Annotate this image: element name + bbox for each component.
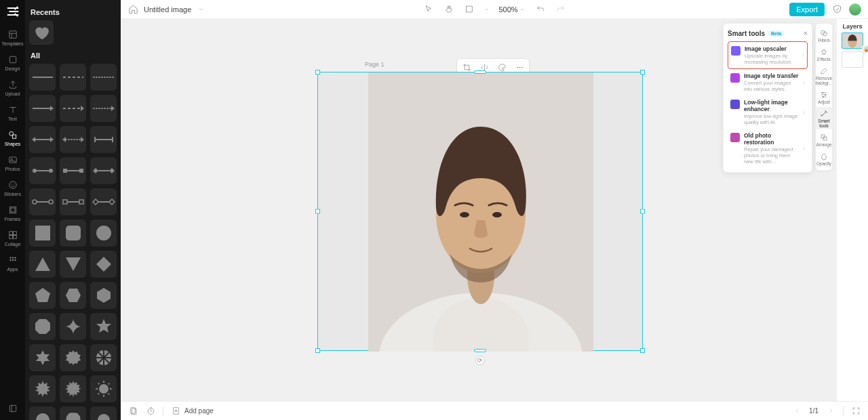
filters-icon xyxy=(820,28,828,37)
shape-double-arrow-dotted[interactable] xyxy=(60,126,86,153)
nav-templates[interactable]: Templates xyxy=(0,26,25,51)
recent-shape-heart[interactable] xyxy=(29,20,54,45)
document-title[interactable]: Untitled image xyxy=(144,5,191,14)
shape-star5[interactable] xyxy=(90,313,117,340)
next-page-icon[interactable] xyxy=(825,406,836,417)
nav-frames[interactable]: Frames xyxy=(0,201,25,226)
shape-line-circles[interactable] xyxy=(29,157,56,184)
fullscreen-icon[interactable] xyxy=(850,406,861,417)
shape-star6[interactable] xyxy=(29,344,56,371)
export-button[interactable]: Export xyxy=(789,3,825,16)
zoom-select[interactable]: 500% xyxy=(498,5,525,14)
shape-seal[interactable] xyxy=(60,344,86,371)
svg-point-5 xyxy=(11,159,12,160)
resize-handle-t[interactable] xyxy=(474,70,486,74)
rail-effects[interactable]: Effects xyxy=(815,45,833,63)
shape-pentagon[interactable] xyxy=(29,282,56,309)
shape-line-square-outline[interactable] xyxy=(60,188,86,215)
nav-shapes[interactable]: Shapes xyxy=(0,126,25,151)
shape-bar-line[interactable] xyxy=(90,126,117,153)
resize-handle-l[interactable] xyxy=(315,209,320,214)
shape-line-dotted[interactable] xyxy=(90,64,117,91)
hand-icon[interactable] xyxy=(443,4,454,15)
close-icon[interactable]: × xyxy=(804,29,808,37)
undo-icon[interactable] xyxy=(535,4,546,15)
left-nav: Templates Design Upload Text Shapes Phot… xyxy=(0,0,25,420)
rail-filters[interactable]: Filters xyxy=(815,26,833,44)
shape-arrow-dotted[interactable] xyxy=(90,95,117,122)
smart-tool-low-light[interactable]: Low-light image enhancerImprove low-ligh… xyxy=(728,96,808,129)
smart-tool-restoration[interactable]: Old photo restorationRepair your damaged… xyxy=(728,129,808,168)
layer-thumb-image[interactable] xyxy=(842,33,863,49)
shape-diamond[interactable] xyxy=(90,251,117,278)
cursor-icon[interactable] xyxy=(422,4,433,15)
crop-icon[interactable] xyxy=(461,62,472,72)
resize-handle-bl[interactable] xyxy=(315,348,320,353)
rail-remove-bg[interactable]: Remove backgr... xyxy=(815,64,833,87)
shape-burst-sun[interactable] xyxy=(90,375,117,402)
rail-smart-tools[interactable]: Smart tools xyxy=(815,107,833,129)
chevron-down-icon[interactable] xyxy=(195,4,206,15)
smart-tool-upscaler[interactable]: Image upscalerUpscale images by increasi… xyxy=(728,41,808,69)
canvas-image[interactable] xyxy=(368,72,593,352)
shape-line-dashed[interactable] xyxy=(60,64,86,91)
pages-icon[interactable] xyxy=(127,406,138,417)
shape-hexagon[interactable] xyxy=(60,282,86,309)
shape-gear[interactable] xyxy=(90,406,117,420)
rail-opacity[interactable]: Opacity xyxy=(815,150,833,167)
rail-arrange[interactable]: Arrange xyxy=(815,131,833,148)
user-avatar[interactable] xyxy=(849,3,861,16)
nav-photos[interactable]: Photos xyxy=(0,151,25,176)
rail-adjust[interactable]: Adjust xyxy=(815,88,833,106)
shape-triangle-up[interactable] xyxy=(29,251,56,278)
nav-text[interactable]: Text xyxy=(0,101,25,126)
shape-line-circle-outline[interactable] xyxy=(29,188,56,215)
nav-apps[interactable]: Apps xyxy=(0,251,25,276)
nav-collage[interactable]: Collage xyxy=(0,226,25,251)
nav-design[interactable]: Design xyxy=(0,51,25,76)
shape-circle[interactable] xyxy=(90,219,117,247)
resize-handle-tl[interactable] xyxy=(315,70,320,75)
frame-icon[interactable] xyxy=(463,4,474,15)
shape-arrow-solid[interactable] xyxy=(29,95,56,122)
resize-handle-r[interactable] xyxy=(640,209,645,214)
redo-icon[interactable] xyxy=(555,4,566,15)
smart-tool-style-transfer[interactable]: Image style transferConvert your images … xyxy=(728,69,808,96)
shape-line-squares[interactable] xyxy=(60,157,86,184)
nav-collapse-icon[interactable] xyxy=(0,404,25,413)
shape-hexagon-rot[interactable] xyxy=(90,282,117,309)
palette-icon[interactable] xyxy=(496,62,507,72)
layer-thumb-blank[interactable] xyxy=(842,51,863,68)
nav-stickers[interactable]: Stickers xyxy=(0,176,25,201)
shape-line-diamond-outline[interactable] xyxy=(90,188,117,215)
nav-upload[interactable]: Upload xyxy=(0,76,25,101)
more-icon[interactable] xyxy=(514,62,525,72)
resize-handle-b[interactable] xyxy=(474,349,486,352)
shield-check-icon[interactable] xyxy=(831,4,842,15)
shape-square[interactable] xyxy=(29,219,56,247)
shape-octagon[interactable] xyxy=(29,313,56,340)
resize-handle-tr[interactable] xyxy=(640,70,645,75)
shape-scallop[interactable] xyxy=(60,406,86,420)
shape-rounded-square[interactable] xyxy=(60,219,86,247)
shape-burst8[interactable] xyxy=(29,375,56,402)
rotate-handle[interactable]: ⟳ xyxy=(475,356,485,365)
shape-burst12[interactable] xyxy=(29,406,56,420)
shape-double-arrow[interactable] xyxy=(29,126,56,153)
chevron-down-icon[interactable] xyxy=(484,4,489,15)
shape-sparkle[interactable] xyxy=(60,313,86,340)
shape-line-solid[interactable] xyxy=(29,64,56,91)
add-page-button[interactable]: Add page xyxy=(170,406,214,417)
app-logo[interactable] xyxy=(5,4,20,19)
shape-arrow-dashed[interactable] xyxy=(60,95,86,122)
shape-triangle-down[interactable] xyxy=(60,251,86,278)
prev-page-icon[interactable] xyxy=(791,406,802,417)
shape-line-diamonds[interactable] xyxy=(90,157,117,184)
lock-icon[interactable]: 🔒 xyxy=(862,45,868,54)
home-icon[interactable] xyxy=(127,4,138,15)
timer-icon[interactable] xyxy=(145,406,156,417)
selection-frame[interactable]: ⟳ xyxy=(317,72,643,351)
shape-seal2[interactable] xyxy=(90,344,117,371)
shape-burst10[interactable] xyxy=(60,375,86,402)
resize-handle-br[interactable] xyxy=(640,348,645,353)
